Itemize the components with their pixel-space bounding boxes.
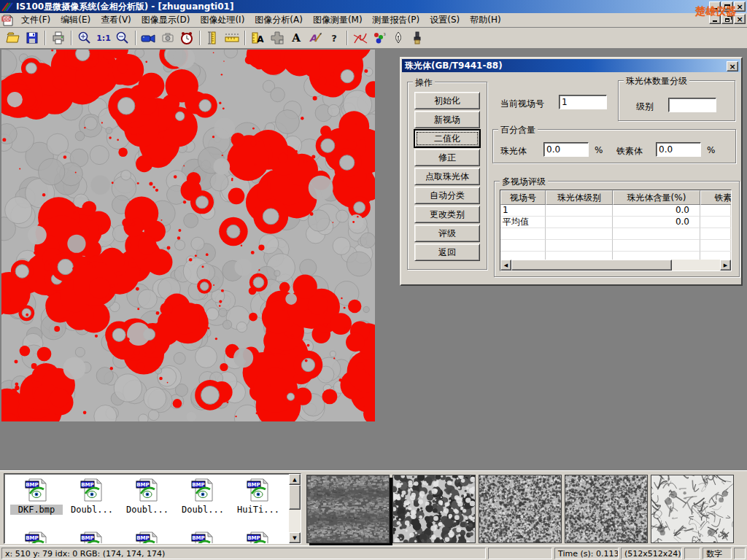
op-button-7[interactable]: 评级 bbox=[414, 225, 480, 242]
file-list-scrollbar[interactable]: ▲ ▼ bbox=[289, 474, 301, 543]
save-file-button[interactable] bbox=[23, 29, 42, 47]
pearlite-percent-input[interactable] bbox=[543, 142, 589, 157]
scroll-up-icon[interactable]: ▲ bbox=[289, 474, 301, 485]
micrograph-thumbnail-3[interactable] bbox=[479, 475, 562, 543]
vendor-watermark: 楚雄仪器 bbox=[695, 5, 736, 18]
menu-item-8[interactable]: 设置(S) bbox=[425, 13, 465, 26]
scale-text-button[interactable]: A bbox=[249, 29, 268, 47]
menu-item-9[interactable]: 帮助(H) bbox=[465, 13, 506, 26]
curve-tool-icon bbox=[352, 31, 368, 45]
print-button[interactable] bbox=[49, 29, 68, 47]
table-cell bbox=[700, 217, 732, 228]
file-item[interactable]: BMPDoubl... bbox=[66, 478, 118, 515]
menu-item-2[interactable]: 查看(V) bbox=[96, 13, 136, 26]
file-browser-list[interactable]: ▲ ▼ BMPDKF.bmpBMPDoubl...BMPDoubl...BMPD… bbox=[4, 473, 301, 544]
table-cell bbox=[700, 240, 732, 252]
curve-tool-button[interactable] bbox=[351, 29, 370, 47]
scrollbar-thumb[interactable] bbox=[511, 260, 672, 271]
op-button-2[interactable]: 二值化 bbox=[414, 130, 480, 147]
ruler-measure-icon bbox=[224, 31, 240, 45]
text-tool-button[interactable]: A bbox=[287, 29, 306, 47]
grade-level-input[interactable] bbox=[668, 98, 716, 112]
table-horizontal-scrollbar[interactable]: ◀ ▶ bbox=[500, 260, 731, 271]
file-item[interactable]: BMP bbox=[177, 531, 229, 544]
micrograph-thumbnail-4[interactable] bbox=[565, 475, 648, 543]
micrograph-image[interactable] bbox=[1, 50, 375, 421]
svg-text:3: 3 bbox=[384, 32, 386, 36]
pen-tool-button[interactable] bbox=[389, 29, 408, 47]
pearlite-percent-label: 珠光体 bbox=[500, 145, 527, 158]
menu-item-1[interactable]: 编辑(E) bbox=[55, 13, 96, 26]
svg-text:A: A bbox=[257, 34, 264, 44]
op-button-6[interactable]: 更改类别 bbox=[414, 206, 480, 223]
classify-balls-button[interactable]: 3 bbox=[370, 29, 389, 47]
table-cell bbox=[500, 228, 546, 240]
file-item[interactable]: BMPDoubl... bbox=[121, 478, 174, 515]
file-item[interactable]: BMP bbox=[121, 531, 174, 544]
open-file-button[interactable] bbox=[4, 29, 23, 47]
caliper-measure-button[interactable] bbox=[204, 29, 222, 47]
grading-group-label: 珠光体数量分级 bbox=[624, 75, 689, 88]
table-row[interactable] bbox=[500, 240, 731, 252]
ferrite-percent-input[interactable] bbox=[656, 142, 701, 157]
svg-text:DOC: DOC bbox=[1, 17, 10, 21]
capture-camera-icon bbox=[160, 31, 175, 45]
scroll-down-icon[interactable]: ▼ bbox=[289, 532, 301, 543]
annotate-tool-button[interactable]: A bbox=[306, 29, 325, 47]
rating-table[interactable]: 视场号珠光体级别珠光体含量(%)铁素体含量(%) 10.0平均值0.0 ◀ ▶ bbox=[500, 190, 732, 271]
micrograph-thumbnail-2[interactable] bbox=[392, 475, 476, 543]
scroll-left-icon[interactable]: ◀ bbox=[500, 260, 511, 271]
dialog-close-button[interactable]: × bbox=[727, 61, 738, 71]
file-name: HuiTi... bbox=[232, 505, 285, 515]
classify-balls-icon: 3 bbox=[372, 31, 387, 45]
op-button-3[interactable]: 修正 bbox=[414, 149, 480, 166]
file-item[interactable]: BMPDKF.bmp bbox=[10, 478, 63, 515]
zoom-out-button[interactable] bbox=[113, 29, 132, 47]
help-button[interactable]: ? bbox=[325, 29, 344, 47]
table-row[interactable]: 平均值0.0 bbox=[500, 217, 731, 228]
open-file-icon bbox=[6, 31, 20, 45]
file-item[interactable]: BMPDoubl... bbox=[177, 478, 229, 515]
file-item[interactable]: BMP bbox=[10, 531, 63, 544]
op-button-1[interactable]: 新视场 bbox=[414, 111, 480, 128]
op-button-4[interactable]: 点取珠光体 bbox=[414, 168, 480, 185]
file-item[interactable]: BMP bbox=[232, 531, 285, 544]
table-cell bbox=[700, 228, 732, 240]
menu-item-7[interactable]: 测量报告(P) bbox=[368, 13, 425, 26]
brush-tool-button[interactable] bbox=[408, 29, 427, 47]
file-name: DKF.bmp bbox=[10, 505, 63, 515]
capture-camera-button[interactable] bbox=[158, 29, 177, 47]
table-row[interactable] bbox=[500, 228, 731, 240]
micrograph-thumbnail-5[interactable] bbox=[651, 475, 734, 543]
op-button-8[interactable]: 返回 bbox=[414, 244, 480, 261]
menu-item-0[interactable]: 文件(F) bbox=[16, 13, 55, 26]
menu-item-5[interactable]: 图像分析(A) bbox=[249, 13, 308, 26]
window-title: IS100显微摄像系统(金相分析版) - [zhuguangti01] bbox=[16, 1, 233, 13]
file-item[interactable]: BMP bbox=[66, 531, 118, 544]
menu-item-6[interactable]: 图像测量(M) bbox=[308, 13, 368, 26]
status-bar: x: 510 y: 79 idx: 0 RGB: (174, 174, 174)… bbox=[0, 545, 747, 560]
scroll-right-icon[interactable]: ▶ bbox=[720, 260, 731, 271]
bmp-file-icon: BMP bbox=[190, 494, 215, 505]
menu-item-3[interactable]: 图像显示(D) bbox=[136, 13, 196, 26]
grid-cross-button[interactable] bbox=[268, 29, 287, 47]
menu-item-4[interactable]: 图像处理(I) bbox=[195, 13, 249, 26]
scale-text-icon: A bbox=[251, 31, 266, 45]
op-button-5[interactable]: 自动分类 bbox=[414, 187, 480, 204]
scrollbar-thumb[interactable] bbox=[289, 485, 301, 510]
table-cell bbox=[613, 240, 700, 252]
op-button-0[interactable]: 初始化 bbox=[414, 92, 480, 109]
table-row[interactable]: 10.0 bbox=[500, 205, 731, 217]
actual-size-button[interactable]: 1:1 bbox=[94, 29, 113, 47]
ruler-measure-button[interactable] bbox=[222, 29, 241, 47]
current-field-input[interactable] bbox=[559, 95, 607, 109]
micrograph-thumbnail-1[interactable] bbox=[306, 475, 390, 543]
file-item[interactable]: BMPHuiTi... bbox=[232, 478, 285, 515]
timer-clock-button[interactable] bbox=[177, 29, 196, 47]
dialog-title-bar[interactable]: 珠光体(GB/T9441-88) × bbox=[402, 59, 740, 72]
bmp-file-icon: BMP bbox=[135, 494, 160, 505]
video-camera-button[interactable] bbox=[139, 29, 158, 47]
file-name: Doubl... bbox=[66, 505, 118, 515]
zoom-in-button[interactable] bbox=[75, 29, 94, 47]
brush-tool-icon bbox=[410, 31, 425, 45]
